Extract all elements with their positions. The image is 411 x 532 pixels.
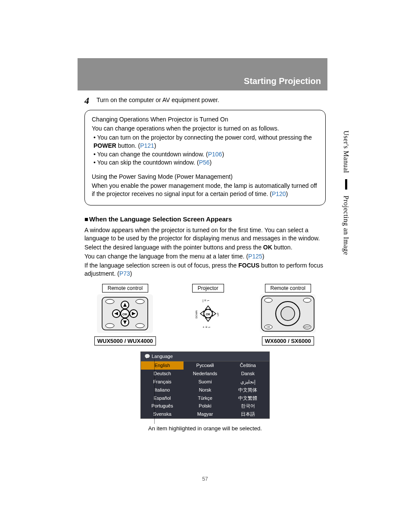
bullet-1: You can turn on the projector by connect… — [93, 134, 318, 150]
lang-item[interactable]: Norsk — [184, 386, 226, 394]
link-p121[interactable]: P121 — [140, 142, 154, 149]
page-number: 57 — [84, 476, 326, 482]
section-heading: When the Language Selection Screen Appea… — [84, 215, 326, 224]
selection-arrow-icon: ▶ — [143, 363, 146, 369]
link-p56[interactable]: P56 — [199, 159, 210, 166]
svg-marker-19 — [200, 311, 204, 316]
control-remote-b: Remote control OK EXIT WX6000 / SX6000 — [260, 284, 316, 346]
section-p1: A window appears when the projector is t… — [84, 226, 326, 243]
p3-a: You can change the language from the men… — [84, 253, 248, 260]
svg-point-11 — [106, 299, 114, 304]
side-divider-icon — [345, 179, 347, 190]
svg-marker-17 — [206, 306, 211, 309]
bullet-3-close: ) — [210, 159, 212, 166]
lang-item[interactable]: Dansk — [227, 370, 269, 378]
lang-item[interactable]: Magyar — [184, 410, 226, 418]
p3-close: ) — [262, 253, 265, 260]
ok-label: OK — [263, 244, 272, 251]
lang-item[interactable]: Svenska — [141, 410, 184, 418]
remote-diagram-a: OK — [97, 294, 153, 333]
lang-item[interactable]: Nederlands — [184, 370, 226, 378]
lang-item[interactable]: Italiano — [141, 386, 184, 394]
link-p106[interactable]: P106 — [208, 151, 222, 158]
bullet-2-text: You can change the countdown window. ( — [97, 151, 208, 158]
section-p3: You can change the language from the men… — [84, 252, 326, 261]
svg-text:OK: OK — [122, 312, 128, 316]
control-projector: Projector OK DOWN UP | ≡ ⌐ + ≡ ⌐ — [180, 284, 236, 346]
svg-point-13 — [106, 324, 114, 328]
power-label: POWER — [93, 142, 116, 149]
lang-item[interactable]: 中文简体 — [227, 386, 269, 394]
side-tabs: User's Manual Projecting an Image — [341, 131, 351, 255]
box-body-2-close: ) — [286, 190, 288, 197]
svg-text:UP: UP — [217, 313, 219, 316]
svg-point-14 — [136, 324, 144, 328]
svg-text:+ ≡ ⌐: + ≡ ⌐ — [202, 325, 211, 329]
control-remote-a: Remote control OK — [94, 284, 156, 346]
svg-text:DOWN: DOWN — [195, 310, 198, 318]
svg-point-27 — [281, 307, 295, 320]
lang-item[interactable]: Čeština — [227, 361, 269, 370]
projector-label: Projector — [192, 284, 224, 292]
remote-diagram-b: OK EXIT — [260, 294, 316, 333]
lang-item[interactable]: 日本語 — [227, 410, 269, 418]
p4-a: If the language selection screen is out … — [84, 262, 238, 269]
link-p120[interactable]: P120 — [272, 190, 286, 197]
section-p2: Select the desired language with the poi… — [84, 243, 326, 252]
step-number: 4 — [84, 96, 92, 106]
side-label-projecting: Projecting an Image — [341, 196, 351, 255]
language-caption: An item highlighted in orange will be se… — [84, 425, 326, 432]
link-p125[interactable]: P125 — [248, 253, 262, 260]
svg-marker-20 — [212, 311, 216, 316]
bullet-1-close: ) — [154, 142, 156, 149]
bullet-3: You can skip the countdown window. (P56) — [93, 159, 318, 167]
lang-item[interactable]: Русский — [184, 361, 226, 370]
box-intro-1: You can change operations when the proje… — [92, 124, 318, 133]
box-bullets: You can turn on the projector by connect… — [92, 134, 318, 167]
svg-point-29 — [303, 298, 311, 302]
model-b: WX6000 / SX6000 — [262, 336, 314, 346]
projector-diagram: OK DOWN UP | ≡ ⌐ + ≡ ⌐ — [180, 294, 236, 333]
svg-text:OK: OK — [267, 326, 271, 328]
svg-point-28 — [265, 298, 272, 302]
lang-item[interactable]: Deutsch — [141, 370, 184, 378]
header-bar: Starting Projection — [78, 58, 327, 90]
svg-point-12 — [136, 299, 144, 304]
step-text: Turn on the computer or AV equipment pow… — [97, 96, 219, 104]
bullet-1-tail: button. ( — [116, 142, 140, 149]
speech-icon: 💬 — [144, 354, 152, 359]
focus-label: FOCUS — [238, 262, 259, 269]
lang-item[interactable]: 한국어 — [227, 402, 269, 410]
p2-a: Select the desired language with the poi… — [84, 244, 263, 251]
p2-b: button. — [272, 244, 293, 251]
box-title-1: Changing Operations When Projector is Tu… — [92, 115, 318, 124]
p4-close: ) — [130, 270, 132, 277]
language-menu: 💬 Language ▶English Русский Čeština Deut… — [140, 352, 270, 419]
page-header-title: Starting Projection — [244, 76, 321, 86]
section-p4: If the language selection screen is out … — [84, 261, 326, 278]
lang-label: English — [155, 363, 170, 368]
lang-item[interactable]: Türkçe — [184, 394, 226, 402]
lang-item[interactable]: Suomi — [184, 378, 226, 386]
svg-text:| ≡ ⌐: | ≡ ⌐ — [202, 299, 209, 302]
lang-item[interactable]: Português — [141, 402, 184, 410]
lang-item[interactable]: 中文繁體 — [227, 394, 269, 402]
controls-row: Remote control OK — [84, 284, 326, 346]
link-p73[interactable]: P73 — [119, 270, 130, 277]
page-content: 4 Turn on the computer or AV equipment p… — [84, 96, 326, 465]
bullet-1-text: You can turn on the projector by connect… — [97, 134, 312, 141]
lang-item-english[interactable]: ▶English — [141, 361, 184, 370]
svg-text:EXIT: EXIT — [305, 326, 311, 328]
bullet-3-text: You can skip the countdown window. ( — [97, 159, 199, 166]
remote-label-a: Remote control — [102, 284, 148, 292]
lang-item[interactable]: Français — [141, 378, 184, 386]
lang-item[interactable]: Español — [141, 394, 184, 402]
svg-marker-18 — [206, 318, 211, 321]
lang-item[interactable]: إنجليزي — [227, 378, 269, 386]
box-body-2: When you enable the power management mod… — [92, 182, 318, 198]
language-grid: ▶English Русский Čeština Deutsch Nederla… — [141, 361, 269, 418]
language-menu-header: 💬 Language — [141, 352, 269, 361]
language-menu-title: Language — [152, 354, 173, 359]
model-a: WUX5000 / WUX4000 — [94, 336, 156, 346]
lang-item[interactable]: Polski — [184, 402, 226, 410]
